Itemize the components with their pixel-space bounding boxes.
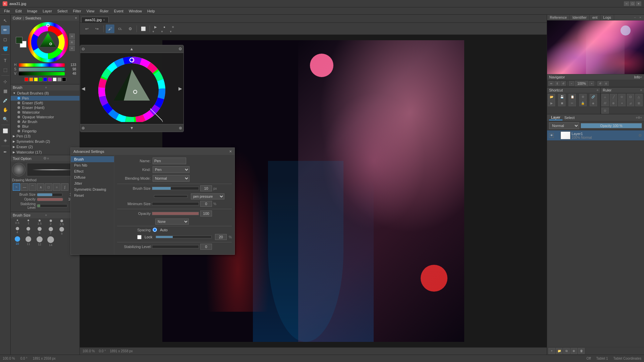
brush-item-airbrush[interactable]: Air Brush [11, 119, 79, 124]
size-1.5[interactable]: 1.5 [34, 220, 45, 226]
size-1[interactable]: 1 [23, 220, 34, 226]
brush-group-default[interactable]: ▼ Default Brushes (8) [11, 90, 79, 96]
swatch-green[interactable] [39, 77, 43, 81]
tool-frame[interactable]: ⬜ [1, 126, 10, 135]
brush-item-watercolor[interactable]: Watercolor [11, 110, 79, 115]
ruler-btn-7[interactable]: ⊗ [610, 100, 617, 106]
brush-header[interactable]: Brush ≡ [11, 84, 79, 90]
sc-btn-8[interactable]: ✂ [569, 100, 576, 106]
settings-button[interactable]: ⚙ [126, 24, 135, 33]
select-tab[interactable]: Select [562, 115, 577, 120]
brush-group-symmetric[interactable]: ▶ Symmetric Brush (2) [11, 139, 79, 144]
swatch-orange[interactable] [29, 77, 33, 81]
nav-zoom-in-btn[interactable]: + [589, 81, 594, 86]
adv-item-brush[interactable]: Brush [71, 156, 114, 162]
swatch-blue[interactable] [43, 77, 47, 81]
menu-event[interactable]: Event [111, 8, 126, 14]
sc-btn-9[interactable]: 🔒 [579, 100, 587, 106]
stabilize-track[interactable] [37, 204, 67, 207]
sc-btn-3[interactable]: 📋 [569, 94, 576, 100]
adv-lock-checkbox[interactable] [137, 235, 142, 239]
size-0.5[interactable]: 0.5 [12, 220, 22, 226]
method-icon-curve[interactable]: ⌒ [29, 183, 36, 191]
fg-color[interactable] [16, 37, 22, 44]
adv-ms-val[interactable] [200, 201, 212, 207]
method-icon-bezier[interactable]: ∫ [61, 183, 68, 191]
cw-zoom-in-btn[interactable]: ⊕ [82, 126, 85, 130]
adv-none-select[interactable]: None [155, 219, 189, 225]
brush-size-track[interactable] [37, 193, 62, 196]
swatch-purple[interactable] [48, 77, 52, 81]
adv-item-effect[interactable]: Effect [71, 168, 114, 174]
undo-button[interactable]: ↩ [83, 24, 91, 33]
adv-item-pennib[interactable]: Pen Nib [71, 162, 114, 168]
opacity-track[interactable] [37, 198, 63, 201]
method-icon-connect[interactable]: ∧ [37, 183, 44, 191]
size-2.5[interactable]: 2.5 [57, 220, 67, 226]
size-6[interactable]: 6 [34, 227, 45, 236]
brush-item-pen[interactable]: Pen [11, 96, 79, 101]
color-history-btn[interactable]: ≡ [69, 46, 75, 51]
adv-stab-val[interactable] [200, 244, 212, 250]
ref-minimize-btn[interactable]: − [633, 15, 637, 20]
menu-btn[interactable]: ≡ [169, 24, 177, 30]
menu-help[interactable]: Help [145, 8, 158, 14]
minimize-button[interactable]: − [624, 1, 629, 6]
ruler-btn-4[interactable]: ⊡ [627, 94, 634, 100]
brush-group-eraser[interactable]: ▶ Eraser (2) [11, 144, 79, 149]
layer-new-btn[interactable]: + [548, 348, 555, 354]
sc-btn-6[interactable]: ▶ [548, 100, 555, 106]
h-slider[interactable] [19, 63, 65, 67]
blend-mode-select[interactable]: Normal [549, 122, 579, 129]
size-5[interactable]: 5 [23, 227, 34, 236]
adv-name-input[interactable] [153, 158, 186, 164]
swatch-red[interactable] [24, 77, 29, 81]
menu-edit[interactable]: Edit [13, 8, 24, 14]
ent-tab[interactable]: ent [590, 15, 600, 20]
brush-item-blur[interactable]: Blur [11, 124, 79, 129]
nav-reset-btn[interactable]: ↺ [597, 81, 603, 86]
tool-zoom-tool[interactable]: 🔍 [1, 115, 10, 123]
play-btn[interactable]: ▶ [152, 24, 159, 30]
color-wheel-svg[interactable] [28, 22, 68, 62]
close-button[interactable]: × [636, 1, 641, 6]
size-2[interactable]: 2 [45, 220, 56, 226]
adv-item-reset[interactable]: Reset [71, 192, 114, 198]
cw-right-btn[interactable]: ▶ [178, 86, 182, 91]
nav-flip-h-btn[interactable]: ⇔ [548, 81, 554, 86]
adv-item-jitter[interactable]: Jitter [71, 180, 114, 186]
ruler-btn-10[interactable]: ⊞ [635, 100, 643, 106]
menu-filter[interactable]: Filter [70, 8, 84, 14]
swatch-white[interactable] [53, 77, 57, 81]
adv-pp-select[interactable]: pen pressure [191, 193, 224, 199]
maximize-button[interactable]: □ [630, 1, 635, 6]
tool-brush[interactable]: ✏ [1, 25, 10, 34]
layer-settings-btn[interactable]: ⚙ [638, 116, 640, 119]
size-12[interactable]: 12 [34, 236, 45, 247]
ruler-btn-1[interactable]: ⊥ [601, 94, 609, 100]
ruler-extra-btn[interactable]: ⊙ [601, 108, 609, 114]
nav-flip-v-btn[interactable]: ⇕ [554, 81, 560, 86]
adv-bs-val[interactable] [200, 185, 212, 191]
size-4[interactable]: 4 [12, 227, 22, 236]
nav-angle-reset-btn[interactable]: 0 [603, 81, 609, 86]
layer-folder-btn[interactable]: 📁 [556, 348, 562, 354]
tool-fill[interactable]: 🪣 [1, 44, 10, 53]
adv-lock-val[interactable] [215, 234, 227, 240]
method-icon-straight[interactable]: — [21, 183, 28, 191]
nav-zoom-out-btn[interactable]: − [569, 81, 574, 86]
v-slider[interactable] [19, 72, 65, 75]
method-icon-rect[interactable]: □ [45, 183, 52, 191]
adv-pp-slider[interactable] [154, 195, 187, 198]
ruler-btn-2[interactable]: ╱ [610, 94, 617, 100]
tool-gradient[interactable]: ▦ [1, 86, 10, 95]
swatch-black[interactable] [62, 77, 66, 81]
size-8[interactable]: 8 [57, 227, 67, 236]
layer-merge-btn[interactable]: ⊕ [571, 348, 577, 354]
size-11[interactable]: 11 [23, 236, 34, 247]
redo-button[interactable]: ↪ [93, 24, 101, 33]
menu-select[interactable]: Select [55, 8, 70, 14]
tool-select[interactable]: ⬚ [1, 65, 10, 74]
tool-pan[interactable]: ✋ [1, 105, 10, 114]
adv-ms-track[interactable] [152, 202, 199, 205]
